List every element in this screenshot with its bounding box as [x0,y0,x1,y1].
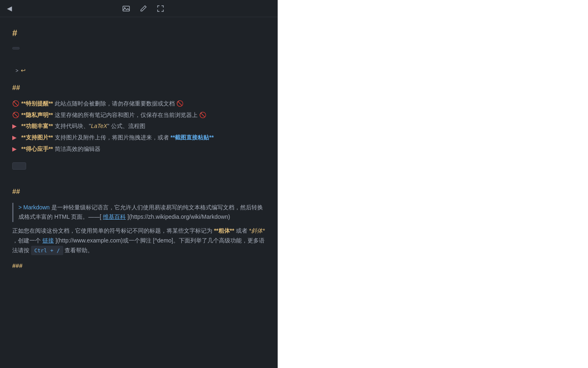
bullet-bold-4a: **支持图片** [21,134,53,141]
editor-h1: # [12,25,265,40]
editor-blockquote: > ↩ [12,66,265,76]
bullet-bold-3: **功能丰富** [21,123,53,129]
h3-hash: ### [12,262,22,269]
editor-content-area[interactable]: # > ↩ ## 🚫 **特别提醒** 此站点随时会被删除，请勿存储重要数据或文… [0,17,278,368]
bullet-bold-1: **特别提醒** [21,100,53,107]
bullet-text-3: **功能丰富** 支持代码块、"LaTeX" 公式、流程图 [21,121,145,131]
bullet-text-5: **得心应手** 简洁高效的编辑器 [21,144,100,154]
bullet-icon-4: ▶ [12,133,20,143]
fullscreen-icon[interactable] [156,4,165,13]
bullet-text-2: **隐私声明** 这里存储的所有笔记内容和图片，仅保存在当前浏览器上 🚫 [21,110,206,120]
bullet-icon-3: ▶ [12,121,20,131]
h2-md-hash: ## [12,188,20,195]
bullet-item-1: 🚫 **特别提醒** 此站点随时会被删除，请勿存储重要数据或文档 🚫 [12,99,265,109]
bullet-bold-5: **得心应手** [21,146,53,152]
editor-h2-about: ## [12,82,265,94]
blockquote-arrow: > [16,67,18,75]
wiki-link[interactable]: 维基百科 [103,213,126,220]
h1-hash: # [12,28,17,38]
bullet-icon-5: ▶ [12,144,20,154]
mention-block [12,47,265,59]
editor-panel: ◀ # [0,0,278,368]
mention-text [12,47,20,49]
example-link[interactable]: 链接 [42,237,54,244]
back-icon[interactable]: ◀ [5,4,14,13]
bullet-bold-4b: **截图直接粘贴** [171,134,214,141]
bullet-icon-2: 🚫 [12,110,20,120]
bullet-list-about: 🚫 **特别提醒** 此站点随时会被删除，请勿存储重要数据或文档 🚫 🚫 **隐… [12,99,265,154]
svg-rect-0 [123,6,129,11]
bullet-text-4: **支持图片** 支持图片及附件上传，将图片拖拽进来，或者 **截图直接粘贴** [21,133,214,143]
editor-paragraph: 正如您在阅读这份文档，它使用简单的符号标记不同的标题，将某些文字标记为 **粗体… [12,226,265,255]
pen-icon[interactable] [139,4,148,13]
editor-h3-code: ### [12,260,265,271]
toc-block-container [12,159,265,180]
bullet-item-5: ▶ **得心应手** 简洁高效的编辑器 [12,144,265,154]
image-insert-icon[interactable] [122,4,131,13]
bullet-icon-1: 🚫 [12,99,20,109]
editor-toolbar: ◀ [0,0,278,17]
bullet-item-3: ▶ **功能丰富** 支持代码块、"LaTeX" 公式、流程图 [12,121,265,131]
bullet-bold-2: **隐私声明** [21,112,53,118]
bullet-item-4: ▶ **支持图片** 支持图片及附件上传，将图片拖拽进来，或者 **截图直接粘贴… [12,133,265,143]
h2-hash: ## [12,84,20,92]
bullet-item-2: 🚫 **隐私声明** 这里存储的所有笔记内容和图片，仅保存在当前浏览器上 🚫 [12,110,265,120]
toc-block [12,162,26,170]
rotate-icon: ↩ [21,66,26,76]
blockquote-md-content: > Markdown 是一种轻量级标记语言，它允许人们使用易读易写的纯文本格式编… [18,203,265,222]
bullet-text-1: **特别提醒** 此站点随时会被删除，请勿存储重要数据或文档 🚫 [21,99,183,109]
editor-blockquote-markdown: > Markdown 是一种轻量级标记语言，它允许人们使用易读易写的纯文本格式编… [12,203,265,222]
editor-h2-markdown: ## [12,186,265,198]
